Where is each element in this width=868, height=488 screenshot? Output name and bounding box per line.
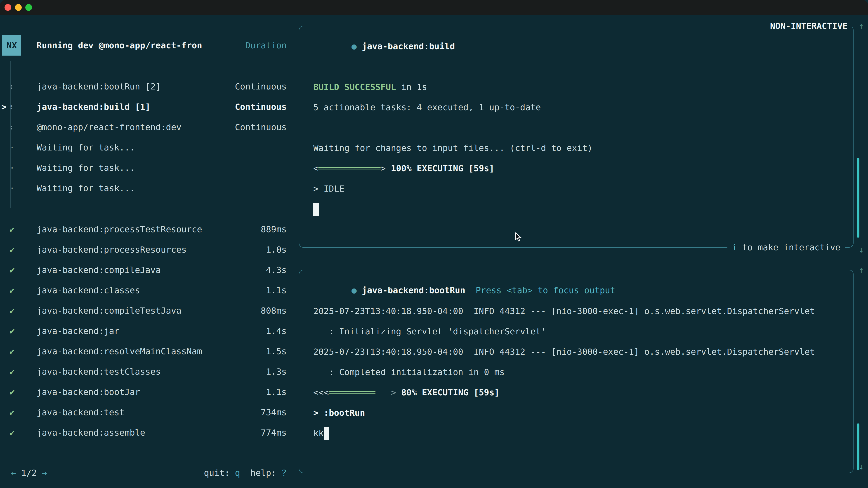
task-label: java-backend:classes <box>37 280 140 300</box>
check-icon: ✔ <box>9 321 15 341</box>
task-duration: 1.1s <box>266 382 287 402</box>
task-status: Continuous <box>235 76 287 97</box>
idle-line: > IDLE <box>313 178 850 199</box>
nx-logo: NX <box>2 35 21 56</box>
check-icon: ✔ <box>9 422 15 443</box>
check-icon: ✔ <box>9 341 15 361</box>
build-pane-title: ●java-backend:build <box>306 16 460 77</box>
task-label: java-backend:test <box>37 402 125 422</box>
task-row[interactable]: ✔ java-backend:classes 1.1s <box>0 280 299 300</box>
non-interactive-label: NON-INTERACTIVE <box>766 16 852 36</box>
task-label: Waiting for task... <box>37 158 135 178</box>
task-label: java-backend:compileJava <box>37 260 161 280</box>
task-duration: 1.5s <box>266 341 287 361</box>
task-row[interactable]: ⠆ @mono-app/react-frontend:dev Continuou… <box>0 117 299 137</box>
gradle-progress-line: <<<═════════---> 80% EXECUTING [59s] <box>313 382 850 402</box>
blank-line <box>313 118 850 138</box>
log-line: 2025-07-23T13:40:18.950-04:00 INFO 44312… <box>313 301 850 321</box>
log-line: 2025-07-23T13:40:18.950-04:00 INFO 44312… <box>313 341 850 362</box>
progress-status: 100% EXECUTING [59s] <box>391 163 494 173</box>
waiting-dot-icon: · <box>9 158 15 178</box>
cursor-line <box>313 199 850 219</box>
page-indicator: 1/2 <box>16 468 42 478</box>
mouse-cursor <box>515 232 523 242</box>
task-row[interactable]: ✔ java-backend:compileJava 4.3s <box>0 260 299 280</box>
progress-status: 80% EXECUTING [59s] <box>401 387 500 397</box>
log-line: : Completed initialization in 0 ms <box>313 362 850 382</box>
task-row[interactable]: ✔ java-backend:bootJar 1.1s <box>0 382 299 402</box>
task-label: java-backend:resolveMainClassNam <box>37 341 202 361</box>
interactive-hint-text: to make interactive <box>737 242 840 252</box>
tasks-summary-line: 5 actionable tasks: 4 executed, 1 up-to-… <box>313 97 850 118</box>
task-duration: 734ms <box>261 402 287 422</box>
prev-page-arrow[interactable]: ← <box>11 468 16 478</box>
keyboard-hints: quit: q help: ? <box>204 463 287 483</box>
gradle-progress-line: <════════════> 100% EXECUTING [59s] <box>313 158 850 178</box>
task-status: Continuous <box>235 97 287 117</box>
nx-tui: NX Running dev @mono-app/react-fron Dura… <box>0 15 868 488</box>
duration-column-header: Duration <box>245 35 287 56</box>
build-output-pane[interactable]: ●java-backend:build NON-INTERACTIVE BUIL… <box>299 26 854 248</box>
progress-bar: ════════════ <box>318 163 381 173</box>
check-icon: ✔ <box>9 280 15 300</box>
spinner-icon: ⠆ <box>9 97 16 117</box>
task-label: java-backend:bootRun [2] <box>37 76 161 97</box>
close-button[interactable] <box>4 4 11 11</box>
check-icon: ✔ <box>9 219 15 239</box>
task-row[interactable]: ✔ java-backend:assemble 774ms <box>0 422 299 443</box>
progress-tail: ---> <box>375 387 401 397</box>
task-row[interactable]: ✔ java-backend:compileTestJava 808ms <box>0 300 299 321</box>
bootrun-output-pane[interactable]: ●java-backend:bootRunPress <tab> to focu… <box>299 270 854 473</box>
build-pane-scrollbar[interactable] <box>857 158 860 238</box>
minimize-button[interactable] <box>15 4 22 11</box>
task-duration: 1.4s <box>266 321 287 341</box>
task-duration: 1.0s <box>266 239 287 260</box>
task-label: java-backend:assemble <box>37 422 145 443</box>
zoom-button[interactable] <box>25 4 32 11</box>
help-key: ? <box>281 468 287 478</box>
task-row[interactable]: ✔ java-backend:testClasses 1.3s <box>0 361 299 382</box>
check-icon: ✔ <box>9 382 15 402</box>
interactive-hint-key: i <box>732 242 737 252</box>
progress-open: <<< <box>313 387 329 397</box>
task-row[interactable]: ✔ java-backend:processResources 1.0s <box>0 239 299 260</box>
scroll-down-icon: ↓ <box>855 239 868 260</box>
window-titlebar <box>0 0 868 15</box>
task-row[interactable]: ⠆ java-backend:bootRun [2] Continuous <box>0 76 299 97</box>
task-status-dot-icon: ● <box>351 285 357 295</box>
task-row[interactable]: · Waiting for task... <box>0 178 299 198</box>
waiting-dot-icon: · <box>9 178 15 198</box>
task-row[interactable]: ✔ java-backend:test 734ms <box>0 402 299 422</box>
task-list-title: Running dev @mono-app/react-fron <box>37 35 202 56</box>
task-list-footer: ← 1/2 → quit: q help: ? <box>0 463 299 483</box>
bootrun-pane-scrollbar[interactable] <box>857 423 860 470</box>
check-icon: ✔ <box>9 300 15 321</box>
task-label: java-backend:build [1] <box>37 97 150 117</box>
next-page-arrow[interactable]: → <box>42 468 47 478</box>
task-label: java-backend:testClasses <box>37 361 161 382</box>
task-row[interactable]: · Waiting for task... <box>0 137 299 158</box>
task-label: Waiting for task... <box>37 178 135 198</box>
prompt-line: > :bootRun <box>313 402 850 423</box>
task-row[interactable]: ✔ java-backend:processTestResource 889ms <box>0 219 299 239</box>
build-successful-text: BUILD SUCCESSFUL <box>313 82 396 92</box>
quit-key: q <box>235 468 240 478</box>
task-row-selected[interactable]: > ⠆ java-backend:build [1] Continuous <box>0 97 299 117</box>
task-label: Waiting for task... <box>37 137 135 158</box>
task-row[interactable]: ✔ java-backend:jar 1.4s <box>0 321 299 341</box>
task-label: java-backend:jar <box>37 321 119 341</box>
input-line[interactable]: kk <box>313 423 850 443</box>
task-duration: 889ms <box>261 219 287 239</box>
spinner-icon: ⠆ <box>9 117 16 137</box>
selection-caret-icon: > <box>1 97 6 117</box>
task-list-header: Running dev @mono-app/react-fron Duratio… <box>37 35 287 56</box>
task-duration: 4.3s <box>266 260 287 280</box>
scroll-down-icon: ↓ <box>855 456 868 477</box>
task-row[interactable]: · Waiting for task... <box>0 158 299 178</box>
task-label: java-backend:processTestResource <box>37 219 202 239</box>
quit-hint-label: quit: <box>204 468 235 478</box>
task-row[interactable]: ✔ java-backend:resolveMainClassNam 1.5s <box>0 341 299 361</box>
spinner-icon: ⠆ <box>9 76 16 97</box>
task-duration: 1.3s <box>266 361 287 382</box>
check-icon: ✔ <box>9 402 15 422</box>
